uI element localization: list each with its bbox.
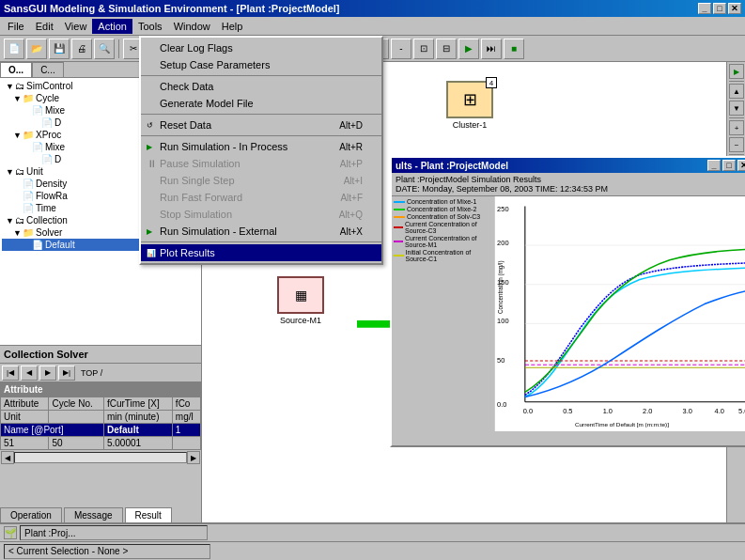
svg-text:0.0: 0.0 bbox=[523, 407, 533, 415]
svg-text:CurrentTime of Default [m (m:m: CurrentTime of Default [m (m:m:te)] bbox=[575, 421, 669, 428]
unit-label: Unit bbox=[1, 411, 49, 424]
nav-last[interactable]: ▶| bbox=[58, 366, 75, 381]
vert-separator bbox=[729, 81, 744, 82]
zoom-select-button[interactable]: ⊟ bbox=[436, 39, 457, 59]
menu-file[interactable]: File bbox=[2, 19, 30, 34]
maximize-button[interactable]: □ bbox=[713, 3, 726, 14]
node-source-m1[interactable]: ▦ Source-M1 bbox=[277, 276, 324, 325]
nav-top-label: TOP / bbox=[81, 368, 102, 378]
menu-check-data[interactable]: Check Data bbox=[141, 78, 381, 95]
svg-text:0.5: 0.5 bbox=[563, 407, 572, 415]
menu-action[interactable]: Action bbox=[92, 19, 132, 34]
attr-row-name[interactable]: Name [@Port] Default 1 bbox=[1, 424, 201, 437]
menu-run-single-step: Run Single Step Alt+I bbox=[141, 172, 381, 189]
vert-separator3 bbox=[729, 154, 744, 155]
chart-area: 0.0 50 100 150 200 250 0.0 0.5 1.0 2.0 3… bbox=[495, 196, 745, 431]
open-button[interactable]: 📂 bbox=[26, 39, 47, 59]
window-controls[interactable]: _ □ ✕ bbox=[698, 3, 741, 14]
title-bar: SansGUI Modeling & Simulation Environmen… bbox=[0, 0, 745, 17]
menu-run-fast-forward: Run Fast Forward Alt+F bbox=[141, 189, 381, 206]
menu-run-external[interactable]: ▶ Run Simulation - External Alt+X bbox=[141, 223, 381, 240]
sim-minimize-btn[interactable]: _ bbox=[707, 160, 721, 171]
scroll-thumb[interactable] bbox=[14, 452, 187, 463]
minimize-button[interactable]: _ bbox=[698, 3, 711, 14]
node-cluster1[interactable]: ⊞ 4 Cluster-1 bbox=[446, 81, 493, 130]
action-menu[interactable]: Clear Log Flags Setup Case Parameters Ch… bbox=[139, 36, 383, 265]
menu-view[interactable]: View bbox=[59, 19, 93, 34]
menu-clear-log-flags[interactable]: Clear Log Flags bbox=[141, 39, 381, 56]
sim-results-title: ults - Plant :ProjectModel _ □ ✕ bbox=[392, 158, 745, 173]
new-button[interactable]: 📄 bbox=[4, 39, 24, 59]
menu-run-in-process[interactable]: ▶ Run Simulation - In Process Alt+R bbox=[141, 138, 381, 155]
svg-text:3.0: 3.0 bbox=[683, 407, 692, 415]
menu-window[interactable]: Window bbox=[168, 19, 216, 34]
sim-header-line1: Plant :ProjectModel Simulation Results bbox=[396, 175, 745, 184]
zoom-fit-button[interactable]: ⊡ bbox=[413, 39, 434, 59]
node-cluster1-label: Cluster-1 bbox=[446, 120, 493, 130]
sim-results-controls[interactable]: _ □ ✕ bbox=[707, 160, 745, 171]
svg-text:4.0: 4.0 bbox=[715, 407, 724, 415]
unit-fco: mg/l bbox=[172, 411, 200, 424]
zoom-out-button[interactable]: - bbox=[391, 39, 411, 59]
sim-header-line2: DATE: Monday, September 08, 2003 TIME: 1… bbox=[396, 184, 745, 194]
name-default: Default bbox=[103, 424, 172, 437]
menu-section-4: ▶ Run Simulation - In Process Alt+R ⏸ Pa… bbox=[141, 136, 381, 242]
chart-legend: Concentration of Mixe-1 Concentration of… bbox=[392, 196, 495, 431]
preview-button[interactable]: 🔍 bbox=[94, 39, 115, 59]
legend-item-1: Concentration of Mixe-1 bbox=[394, 198, 492, 205]
menu-reset-data[interactable]: ↺ Reset Data Alt+D bbox=[141, 117, 381, 133]
scroll-right-btn[interactable]: ▶ bbox=[187, 451, 200, 464]
scroll-left-btn[interactable]: ◀ bbox=[1, 451, 14, 464]
col-attribute: Attribute bbox=[1, 397, 49, 411]
menu-generate-model-file[interactable]: Generate Model File bbox=[141, 95, 381, 112]
tab-operation[interactable]: Operation bbox=[0, 507, 62, 522]
sim-close-btn[interactable]: ✕ bbox=[737, 160, 745, 171]
unit-cycle bbox=[49, 411, 104, 424]
vert-btn-down[interactable]: ▼ bbox=[729, 101, 744, 116]
col-cycle: Cycle No. bbox=[49, 397, 104, 411]
chart-container: Concentration of Mixe-1 Concentration of… bbox=[392, 196, 745, 431]
vert-btn-up[interactable]: ▲ bbox=[729, 84, 744, 99]
run-button[interactable]: ▶ bbox=[458, 39, 479, 59]
app-title: SansGUI Modeling & Simulation Environmen… bbox=[4, 3, 340, 14]
menu-help[interactable]: Help bbox=[216, 19, 249, 34]
print-button[interactable]: 🖨 bbox=[71, 39, 92, 59]
selection-bar: 🌱 Plant :Proj... bbox=[0, 522, 745, 541]
vert-btn-minus[interactable]: − bbox=[729, 137, 744, 152]
menu-setup-case-params[interactable]: Setup Case Parameters bbox=[141, 56, 381, 73]
vert-btn-plus[interactable]: + bbox=[729, 120, 744, 135]
sim-maximize-btn[interactable]: □ bbox=[722, 160, 736, 171]
tree-tab-o[interactable]: O... bbox=[0, 62, 32, 77]
separator1 bbox=[118, 39, 119, 58]
plant-icon[interactable]: 🌱 bbox=[4, 526, 17, 539]
menu-bar: File Edit View Action Tools Window Help bbox=[0, 17, 745, 36]
menu-tools[interactable]: Tools bbox=[132, 19, 168, 34]
val-50: 50 bbox=[49, 437, 104, 450]
svg-text:50: 50 bbox=[497, 356, 504, 365]
save-button[interactable]: 💾 bbox=[49, 39, 70, 59]
unit-time: min (minute) bbox=[103, 411, 172, 424]
stop-button[interactable]: ■ bbox=[504, 39, 524, 59]
plant-label: Plant :Proj... bbox=[24, 528, 75, 538]
nav-next[interactable]: ▶ bbox=[39, 366, 56, 381]
tab-message[interactable]: Message bbox=[64, 507, 123, 522]
collection-solver-label: Collection Solver bbox=[0, 345, 201, 363]
nav-prev[interactable]: ◀ bbox=[21, 366, 38, 381]
tree-tab-c[interactable]: C... bbox=[32, 62, 64, 77]
vert-btn-1[interactable]: ▶ bbox=[729, 64, 744, 79]
val-time: 5.00001 bbox=[103, 437, 172, 450]
menu-plot-results[interactable]: 📊 Plot Results bbox=[141, 244, 381, 261]
attribute-header: Attribute bbox=[0, 382, 201, 397]
step-button[interactable]: ⏭ bbox=[481, 39, 502, 59]
svg-text:250: 250 bbox=[497, 205, 508, 213]
nav-first[interactable]: |◀ bbox=[2, 366, 19, 381]
svg-text:1.0: 1.0 bbox=[603, 407, 613, 415]
sim-results-header: Plant :ProjectModel Simulation Results D… bbox=[392, 173, 745, 196]
plot-icon: 📊 bbox=[147, 249, 156, 257]
svg-text:2.0: 2.0 bbox=[643, 407, 652, 415]
chart-svg: 0.0 50 100 150 200 250 0.0 0.5 1.0 2.0 3… bbox=[495, 196, 745, 431]
close-button[interactable]: ✕ bbox=[728, 3, 741, 14]
tab-result[interactable]: Result bbox=[125, 507, 172, 522]
menu-edit[interactable]: Edit bbox=[30, 19, 59, 34]
val-fco bbox=[172, 437, 200, 450]
